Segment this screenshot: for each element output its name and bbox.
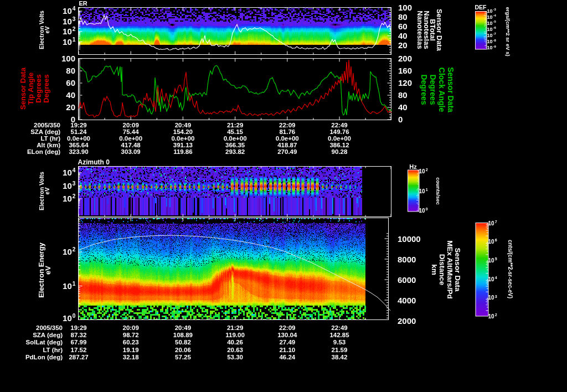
- svg-text:60: 60: [398, 22, 408, 31]
- svg-text:46.24: 46.24: [279, 354, 295, 360]
- svg-text:87.32: 87.32: [71, 332, 87, 338]
- svg-text:0.0e+00: 0.0e+00: [224, 135, 247, 142]
- svg-text:4: 4: [495, 276, 497, 280]
- svg-text:19.19: 19.19: [123, 347, 139, 353]
- svg-text:5: 5: [495, 257, 497, 261]
- svg-text:17.52: 17.52: [71, 347, 87, 353]
- svg-text:119.00: 119.00: [225, 332, 245, 338]
- svg-text:Hz: Hz: [409, 163, 417, 170]
- svg-text:10: 10: [487, 45, 493, 50]
- svg-text:10: 10: [63, 6, 72, 16]
- svg-text:303.09: 303.09: [121, 148, 141, 155]
- svg-text:40: 40: [398, 102, 408, 112]
- svg-text:270.49: 270.49: [277, 148, 297, 155]
- svg-text:80: 80: [398, 90, 408, 100]
- svg-text:40.26: 40.26: [227, 339, 243, 345]
- svg-text:Tip Angle: Tip Angle: [27, 73, 35, 105]
- svg-text:0.0e+00: 0.0e+00: [276, 135, 299, 142]
- svg-text:SZA (deg): SZA (deg): [30, 128, 60, 135]
- svg-text:391.13: 391.13: [173, 142, 193, 148]
- svg-text:Nanoteslas: Nanoteslas: [416, 11, 424, 49]
- svg-text:2: 2: [426, 168, 428, 172]
- svg-text:Degrees: Degrees: [34, 74, 43, 102]
- svg-text:0.0e+00: 0.0e+00: [67, 135, 90, 142]
- svg-text:20.06: 20.06: [175, 347, 191, 353]
- svg-text:10: 10: [488, 295, 495, 301]
- svg-text:-7: -7: [493, 32, 497, 35]
- svg-text:32.18: 32.18: [123, 354, 139, 360]
- svg-text:DEF: DEF: [475, 4, 487, 11]
- svg-text:22:09: 22:09: [279, 122, 295, 128]
- svg-text:eV: eV: [44, 266, 52, 275]
- svg-text:10: 10: [419, 208, 426, 214]
- svg-text:100: 100: [61, 54, 75, 63]
- svg-text:10: 10: [63, 27, 72, 36]
- svg-text:20: 20: [66, 102, 75, 112]
- svg-text:386.12: 386.12: [329, 142, 349, 148]
- svg-text:21:29: 21:29: [227, 324, 243, 331]
- svg-text:293.82: 293.82: [225, 148, 245, 155]
- svg-text:1: 1: [73, 281, 76, 287]
- svg-text:km: km: [430, 264, 439, 275]
- svg-text:ergs/(cm**2 sr eV s): ergs/(cm**2 sr eV s): [505, 7, 511, 56]
- svg-text:2005/350: 2005/350: [36, 324, 63, 331]
- svg-text:2000: 2000: [398, 316, 416, 326]
- svg-text:80: 80: [398, 12, 408, 22]
- svg-text:2005/350: 2005/350: [34, 122, 60, 128]
- svg-text:10: 10: [488, 313, 495, 319]
- svg-text:0.0e+00: 0.0e+00: [328, 135, 351, 142]
- svg-text:Degrees: Degrees: [420, 74, 429, 105]
- svg-text:366.35: 366.35: [225, 142, 245, 148]
- svg-text:4000: 4000: [398, 296, 416, 305]
- svg-text:45.15: 45.15: [227, 128, 243, 135]
- svg-text:10: 10: [487, 20, 493, 26]
- svg-text:6: 6: [495, 238, 497, 242]
- svg-text:ER: ER: [79, 0, 87, 7]
- svg-text:20: 20: [398, 40, 408, 50]
- svg-text:3: 3: [73, 180, 76, 187]
- svg-text:7: 7: [495, 220, 497, 224]
- svg-text:Azimuth 0: Azimuth 0: [78, 158, 110, 166]
- svg-text:323.90: 323.90: [69, 148, 88, 155]
- svg-text:Sensor Data: Sensor Data: [446, 67, 455, 112]
- svg-text:Degrees: Degrees: [42, 74, 50, 102]
- svg-text:10: 10: [419, 188, 426, 194]
- svg-text:20:09: 20:09: [122, 324, 138, 331]
- svg-text:10: 10: [63, 181, 72, 190]
- svg-text:10: 10: [63, 313, 72, 323]
- svg-text:21.10: 21.10: [279, 347, 295, 353]
- svg-text:eV: eV: [44, 188, 50, 195]
- svg-text:10: 10: [487, 8, 493, 14]
- svg-text:1: 1: [426, 188, 428, 192]
- svg-text:287.27: 287.27: [69, 354, 88, 360]
- svg-text:counts/sec: counts/sec: [435, 177, 441, 205]
- svg-text:-3: -3: [493, 8, 497, 11]
- svg-text:10: 10: [63, 247, 72, 256]
- svg-text:1: 1: [73, 37, 76, 43]
- svg-text:10: 10: [63, 37, 72, 47]
- svg-text:ELon (deg): ELon (deg): [27, 148, 60, 155]
- svg-text:108.89: 108.89: [173, 332, 193, 338]
- svg-text:200: 200: [398, 54, 412, 63]
- svg-text:0.0e+00: 0.0e+00: [119, 135, 142, 142]
- svg-text:119.86: 119.86: [173, 148, 193, 155]
- svg-text:SZA (deg): SZA (deg): [33, 332, 63, 338]
- svg-text:20:49: 20:49: [175, 122, 191, 128]
- svg-text:154.20: 154.20: [173, 128, 193, 135]
- svg-text:Alt (km): Alt (km): [37, 142, 60, 148]
- svg-text:160: 160: [398, 66, 412, 75]
- svg-text:2: 2: [73, 26, 76, 32]
- svg-text:LT (hr): LT (hr): [43, 347, 63, 353]
- svg-text:PdLon (deg): PdLon (deg): [25, 354, 63, 360]
- svg-text:3: 3: [495, 295, 497, 298]
- svg-text:60: 60: [66, 78, 75, 87]
- svg-text:10: 10: [487, 27, 493, 32]
- svg-text:0: 0: [426, 207, 428, 211]
- svg-text:10: 10: [63, 281, 72, 291]
- svg-text:22:49: 22:49: [331, 122, 347, 128]
- svg-text:20.63: 20.63: [227, 347, 243, 353]
- svg-text:MEx Alt/Mars/Pd: MEx Alt/Mars/Pd: [446, 240, 454, 298]
- svg-text:90.28: 90.28: [332, 148, 348, 155]
- svg-text:75.44: 75.44: [123, 128, 139, 135]
- svg-text:149.76: 149.76: [329, 128, 349, 135]
